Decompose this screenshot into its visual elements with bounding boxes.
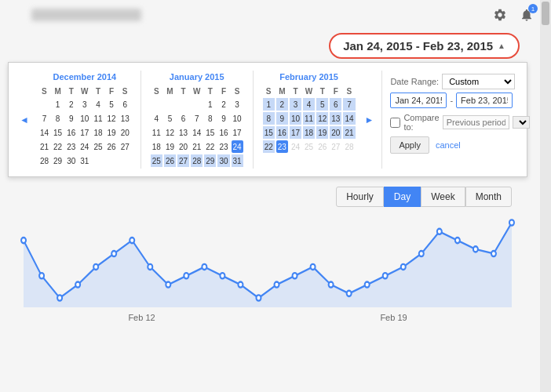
calendar-day[interactable]: 13 [330, 112, 341, 125]
calendar-day[interactable]: 2 [65, 98, 77, 111]
calendar-day[interactable]: 29 [52, 154, 64, 167]
calendar-day[interactable]: 12 [106, 112, 118, 125]
day-button[interactable]: Day [384, 187, 421, 207]
calendar-next-button[interactable]: ► [362, 114, 378, 125]
calendar-day[interactable]: 6 [330, 98, 341, 111]
right-scrollbar[interactable] [540, 0, 551, 392]
calendar-day[interactable]: 3 [290, 98, 301, 111]
calendar-day[interactable]: 25 [92, 140, 104, 153]
compare-checkbox[interactable] [390, 118, 400, 128]
calendar-day[interactable]: 27 [119, 140, 131, 153]
calendar-day[interactable]: 22 [52, 140, 64, 153]
calendar-day[interactable]: 9 [276, 112, 288, 125]
calendar-day[interactable]: 11 [151, 126, 162, 139]
calendar-day[interactable]: 21 [38, 140, 50, 153]
compare-dropdown[interactable] [513, 116, 530, 129]
calendar-day[interactable]: 19 [164, 140, 176, 153]
calendar-day[interactable]: 15 [263, 126, 275, 139]
calendar-day[interactable]: 10 [290, 112, 301, 125]
calendar-day[interactable]: 13 [119, 112, 131, 125]
calendar-day[interactable]: 20 [330, 126, 341, 139]
calendar-day[interactable]: 12 [164, 126, 176, 139]
calendar-day[interactable]: 8 [204, 112, 216, 125]
calendar-day[interactable]: 25 [151, 154, 162, 167]
calendar-day[interactable]: 23 [276, 140, 288, 153]
calendar-day[interactable]: 8 [52, 112, 64, 125]
calendar-day[interactable]: 17 [78, 126, 90, 139]
settings-button[interactable] [491, 6, 509, 24]
calendar-day[interactable]: 21 [191, 140, 203, 153]
calendar-day[interactable]: 23 [65, 140, 77, 153]
calendar-day[interactable]: 28 [343, 140, 355, 153]
calendar-day[interactable]: 25 [303, 140, 315, 153]
calendar-day[interactable]: 13 [177, 126, 189, 139]
calendar-day[interactable]: 17 [290, 126, 301, 139]
calendar-day[interactable]: 2 [276, 98, 288, 111]
calendar-day[interactable]: 4 [92, 98, 104, 111]
calendar-day[interactable]: 18 [92, 126, 104, 139]
calendar-day[interactable]: 24 [78, 140, 90, 153]
calendar-day[interactable]: 1 [52, 98, 64, 111]
month-button[interactable]: Month [465, 187, 512, 207]
notifications-button[interactable]: 1 [518, 6, 535, 24]
compare-input[interactable] [443, 115, 509, 129]
week-button[interactable]: Week [421, 187, 465, 207]
calendar-day[interactable]: 11 [92, 112, 104, 125]
calendar-day[interactable]: 3 [78, 98, 90, 111]
calendar-day[interactable]: 4 [303, 98, 315, 111]
apply-button[interactable]: Apply [390, 136, 429, 154]
calendar-day[interactable]: 6 [177, 112, 189, 125]
calendar-day[interactable]: 16 [217, 126, 229, 139]
calendar-day[interactable]: 14 [191, 126, 203, 139]
calendar-day[interactable]: 30 [65, 154, 77, 167]
calendar-day[interactable]: 15 [204, 126, 216, 139]
calendar-day[interactable]: 23 [217, 140, 229, 153]
end-date-input[interactable] [456, 93, 513, 108]
calendar-day[interactable]: 7 [38, 112, 50, 125]
calendar-day[interactable]: 11 [303, 112, 315, 125]
calendar-day[interactable]: 29 [204, 154, 216, 167]
calendar-day[interactable]: 31 [78, 154, 90, 167]
calendar-day[interactable]: 5 [106, 98, 118, 111]
date-range-pill[interactable]: Jan 24, 2015 - Feb 23, 2015 ▲ [329, 33, 520, 59]
calendar-day[interactable]: 19 [106, 126, 118, 139]
calendar-day[interactable]: 21 [343, 126, 355, 139]
calendar-day[interactable]: 9 [65, 112, 77, 125]
calendar-day[interactable]: 14 [38, 126, 50, 139]
calendar-day[interactable]: 18 [151, 140, 162, 153]
calendar-day[interactable]: 16 [65, 126, 77, 139]
calendar-day[interactable]: 26 [106, 140, 118, 153]
calendar-day[interactable]: 7 [343, 98, 355, 111]
calendar-day[interactable]: 3 [232, 98, 243, 111]
calendar-day[interactable]: 24 [290, 140, 301, 153]
calendar-day[interactable]: 4 [151, 112, 162, 125]
calendar-day[interactable]: 2 [217, 98, 229, 111]
calendar-day[interactable]: 26 [316, 140, 328, 153]
calendar-day[interactable]: 1 [263, 98, 275, 111]
calendar-day[interactable]: 8 [263, 112, 275, 125]
calendar-day[interactable]: 22 [204, 140, 216, 153]
calendar-day[interactable]: 12 [316, 112, 328, 125]
calendar-day[interactable]: 15 [52, 126, 64, 139]
calendar-day[interactable]: 28 [191, 154, 203, 167]
calendar-day[interactable]: 19 [316, 126, 328, 139]
calendar-day[interactable]: 6 [119, 98, 131, 111]
calendar-day[interactable]: 18 [303, 126, 315, 139]
calendar-day[interactable]: 10 [78, 112, 90, 125]
calendar-day[interactable]: 17 [232, 126, 243, 139]
start-date-input[interactable] [390, 93, 447, 108]
calendar-day[interactable]: 10 [232, 112, 243, 125]
calendar-day[interactable]: 16 [276, 126, 288, 139]
calendar-day[interactable]: 5 [316, 98, 328, 111]
calendar-day[interactable]: 9 [217, 112, 229, 125]
calendar-day[interactable]: 5 [164, 112, 176, 125]
calendar-day[interactable]: 7 [191, 112, 203, 125]
calendar-day[interactable]: 27 [177, 154, 189, 167]
calendar-day[interactable]: 28 [38, 154, 50, 167]
hourly-button[interactable]: Hourly [336, 187, 384, 207]
calendar-day[interactable]: 24 [232, 140, 243, 153]
calendar-day[interactable]: 30 [217, 154, 229, 167]
calendar-prev-button[interactable]: ◄ [16, 114, 32, 125]
calendar-day[interactable]: 22 [263, 140, 275, 153]
cancel-button[interactable]: cancel [436, 140, 461, 150]
